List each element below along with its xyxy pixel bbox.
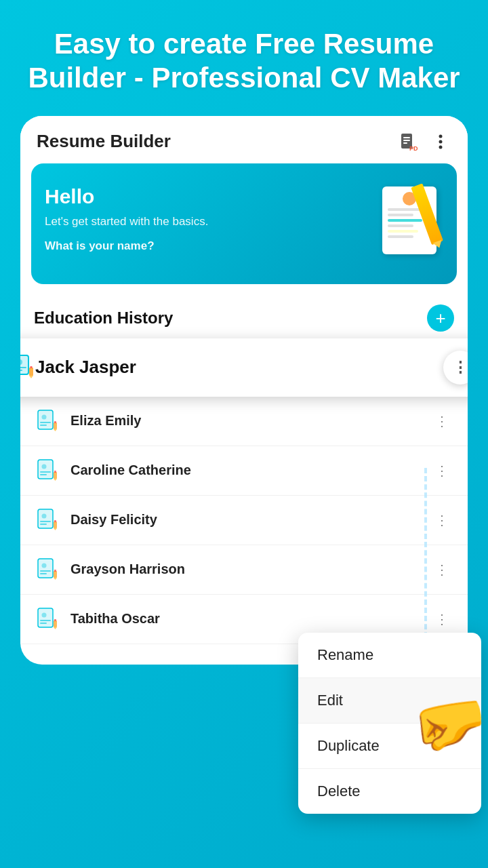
- hello-subtitle: Let's get started with the basics.: [45, 214, 208, 230]
- three-dots-icon-3: ⋮: [435, 512, 449, 528]
- item-name-2: Caroline Catherine: [70, 462, 430, 478]
- svg-rect-32: [38, 509, 53, 528]
- doc-line-5: [388, 230, 418, 233]
- item-more-button-1[interactable]: ⋮: [430, 409, 454, 433]
- banner-title: Easy to create Free Resume Builder - Pro…: [27, 27, 461, 96]
- svg-marker-22: [54, 429, 57, 431]
- svg-rect-47: [54, 570, 56, 572]
- svg-rect-13: [29, 368, 33, 376]
- item-icon-1: [34, 408, 61, 435]
- resume-list: Jack Jasper ⋮ Eliza Emily: [20, 338, 468, 644]
- svg-rect-24: [38, 460, 53, 479]
- svg-rect-29: [54, 472, 57, 479]
- resume-icon-0: [20, 354, 35, 378]
- item-more-button-3[interactable]: ⋮: [430, 508, 454, 532]
- more-options-icon: [431, 132, 450, 151]
- education-section-header: Education History +: [20, 298, 468, 338]
- svg-point-34: [42, 513, 47, 518]
- pdf-icon-button[interactable]: PDF: [397, 131, 419, 153]
- svg-rect-48: [38, 608, 53, 627]
- context-menu-duplicate[interactable]: Duplicate: [298, 724, 481, 769]
- context-menu-rename[interactable]: Rename: [298, 633, 481, 678]
- svg-rect-36: [40, 524, 47, 525]
- hello-card: Hello Let's get started with the basics.…: [31, 163, 457, 284]
- svg-rect-8: [20, 355, 28, 374]
- resume-icon-5: [35, 607, 60, 631]
- doc-line-6: [388, 235, 413, 238]
- svg-marker-46: [54, 578, 57, 580]
- svg-point-42: [42, 563, 47, 568]
- hello-text-block: Hello Let's get started with the basics.…: [45, 185, 208, 262]
- context-menu-delete[interactable]: Delete: [298, 769, 481, 814]
- svg-rect-28: [40, 474, 47, 475]
- svg-point-18: [42, 414, 47, 419]
- header-icons: PDF: [397, 131, 451, 153]
- resume-icon-3: [35, 508, 60, 532]
- context-menu-edit[interactable]: Edit: [298, 678, 481, 724]
- context-menu: Rename Edit Duplicate Delete: [298, 633, 481, 814]
- svg-point-26: [42, 464, 47, 469]
- add-education-button[interactable]: +: [427, 304, 454, 332]
- svg-rect-55: [54, 619, 56, 621]
- list-item[interactable]: Caroline Catherine ⋮: [20, 446, 468, 496]
- education-title: Education History: [34, 309, 173, 328]
- svg-point-7: [439, 145, 443, 149]
- svg-rect-43: [40, 570, 51, 572]
- hello-greeting: Hello: [45, 185, 208, 208]
- pdf-icon: PDF: [399, 132, 418, 151]
- item-icon-4: [34, 556, 61, 583]
- item-more-button-2[interactable]: ⋮: [430, 458, 454, 483]
- svg-rect-16: [38, 410, 53, 429]
- hello-illustration: [362, 180, 443, 268]
- svg-rect-27: [40, 471, 51, 473]
- svg-rect-15: [30, 366, 33, 368]
- svg-marker-14: [29, 376, 33, 378]
- svg-rect-44: [40, 573, 47, 574]
- svg-rect-45: [54, 571, 57, 578]
- doc-line-3: [388, 219, 422, 222]
- three-dots-icon-0: ⋮: [453, 359, 468, 376]
- item-icon-0: [20, 354, 35, 381]
- add-icon: +: [435, 309, 445, 327]
- app-title: Resume Builder: [37, 131, 171, 152]
- svg-rect-19: [40, 422, 51, 423]
- svg-marker-54: [54, 627, 57, 629]
- svg-rect-40: [38, 559, 53, 578]
- list-item[interactable]: Daisy Felicity ⋮: [20, 496, 468, 545]
- three-dots-icon-2: ⋮: [435, 462, 449, 479]
- svg-marker-38: [54, 528, 57, 530]
- svg-rect-2: [403, 140, 410, 141]
- svg-text:PDF: PDF: [409, 145, 418, 151]
- svg-rect-51: [40, 620, 51, 621]
- svg-rect-53: [54, 620, 57, 627]
- svg-rect-21: [54, 422, 57, 429]
- more-options-button[interactable]: [430, 131, 451, 153]
- item-name-4: Grayson Harrison: [70, 561, 430, 577]
- svg-rect-23: [54, 421, 56, 423]
- item-more-button-4[interactable]: ⋮: [430, 557, 454, 582]
- svg-rect-35: [40, 521, 51, 522]
- item-more-button-5[interactable]: ⋮: [430, 607, 454, 631]
- item-name-5: Tabitha Oscar: [70, 611, 430, 627]
- svg-marker-30: [54, 479, 57, 481]
- doc-line-4: [388, 224, 413, 227]
- three-dots-icon-4: ⋮: [435, 561, 449, 578]
- svg-rect-20: [40, 425, 47, 426]
- svg-rect-52: [40, 623, 47, 624]
- svg-rect-3: [403, 142, 407, 144]
- item-more-button-0[interactable]: ⋮: [443, 351, 468, 384]
- item-name-3: Daisy Felicity: [70, 512, 430, 528]
- item-icon-2: [34, 457, 61, 484]
- item-icon-5: [34, 606, 61, 633]
- svg-point-50: [42, 612, 47, 617]
- svg-rect-37: [54, 521, 57, 528]
- hello-question: What is your name?: [45, 238, 208, 254]
- three-dots-icon-1: ⋮: [435, 413, 449, 429]
- list-item[interactable]: Eliza Emily ⋮: [20, 397, 468, 446]
- highlighted-item-row[interactable]: Jack Jasper ⋮: [20, 338, 468, 397]
- list-item[interactable]: Grayson Harrison ⋮: [20, 545, 468, 595]
- app-header: Resume Builder PDF: [20, 116, 468, 163]
- svg-rect-12: [20, 370, 22, 371]
- item-name-1: Eliza Emily: [70, 413, 430, 429]
- app-card: Resume Builder PDF: [20, 116, 468, 665]
